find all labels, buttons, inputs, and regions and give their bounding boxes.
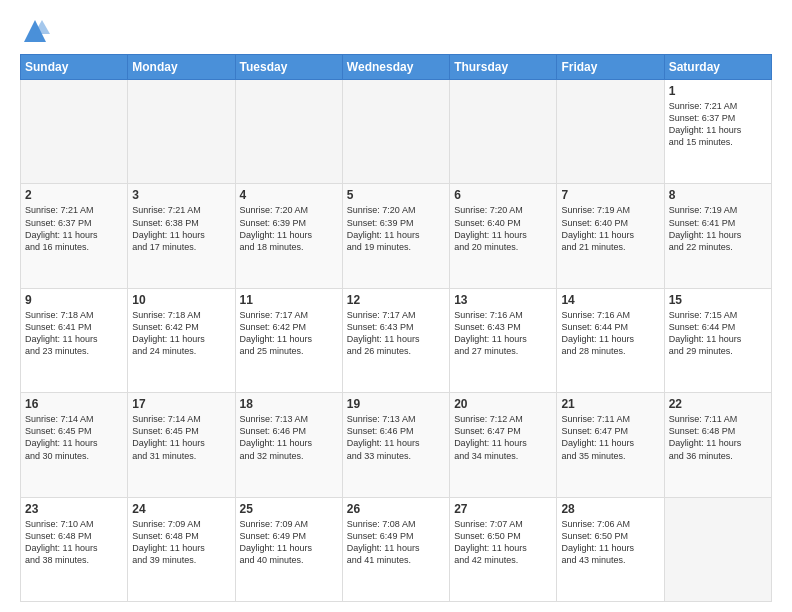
day-number: 4 <box>240 188 338 202</box>
page: SundayMondayTuesdayWednesdayThursdayFrid… <box>0 0 792 612</box>
day-number: 19 <box>347 397 445 411</box>
day-info: Sunrise: 7:12 AM Sunset: 6:47 PM Dayligh… <box>454 413 552 462</box>
calendar-cell: 25Sunrise: 7:09 AM Sunset: 6:49 PM Dayli… <box>235 497 342 601</box>
calendar-cell: 13Sunrise: 7:16 AM Sunset: 6:43 PM Dayli… <box>450 288 557 392</box>
day-info: Sunrise: 7:20 AM Sunset: 6:40 PM Dayligh… <box>454 204 552 253</box>
day-number: 17 <box>132 397 230 411</box>
header <box>20 16 772 46</box>
calendar-cell <box>21 80 128 184</box>
calendar-cell: 19Sunrise: 7:13 AM Sunset: 6:46 PM Dayli… <box>342 393 449 497</box>
day-number: 3 <box>132 188 230 202</box>
calendar-cell: 27Sunrise: 7:07 AM Sunset: 6:50 PM Dayli… <box>450 497 557 601</box>
week-row-1: 2Sunrise: 7:21 AM Sunset: 6:37 PM Daylig… <box>21 184 772 288</box>
day-info: Sunrise: 7:18 AM Sunset: 6:42 PM Dayligh… <box>132 309 230 358</box>
day-info: Sunrise: 7:16 AM Sunset: 6:44 PM Dayligh… <box>561 309 659 358</box>
calendar-cell: 15Sunrise: 7:15 AM Sunset: 6:44 PM Dayli… <box>664 288 771 392</box>
day-number: 1 <box>669 84 767 98</box>
weekday-wednesday: Wednesday <box>342 55 449 80</box>
day-info: Sunrise: 7:19 AM Sunset: 6:41 PM Dayligh… <box>669 204 767 253</box>
weekday-saturday: Saturday <box>664 55 771 80</box>
day-info: Sunrise: 7:10 AM Sunset: 6:48 PM Dayligh… <box>25 518 123 567</box>
weekday-friday: Friday <box>557 55 664 80</box>
calendar-cell: 23Sunrise: 7:10 AM Sunset: 6:48 PM Dayli… <box>21 497 128 601</box>
calendar-cell <box>664 497 771 601</box>
week-row-4: 23Sunrise: 7:10 AM Sunset: 6:48 PM Dayli… <box>21 497 772 601</box>
logo-icon <box>20 16 50 46</box>
weekday-sunday: Sunday <box>21 55 128 80</box>
day-number: 5 <box>347 188 445 202</box>
day-number: 21 <box>561 397 659 411</box>
calendar-cell: 2Sunrise: 7:21 AM Sunset: 6:37 PM Daylig… <box>21 184 128 288</box>
day-info: Sunrise: 7:17 AM Sunset: 6:42 PM Dayligh… <box>240 309 338 358</box>
day-number: 6 <box>454 188 552 202</box>
day-info: Sunrise: 7:19 AM Sunset: 6:40 PM Dayligh… <box>561 204 659 253</box>
calendar-cell: 20Sunrise: 7:12 AM Sunset: 6:47 PM Dayli… <box>450 393 557 497</box>
calendar-cell: 21Sunrise: 7:11 AM Sunset: 6:47 PM Dayli… <box>557 393 664 497</box>
day-number: 27 <box>454 502 552 516</box>
day-info: Sunrise: 7:21 AM Sunset: 6:37 PM Dayligh… <box>669 100 767 149</box>
day-info: Sunrise: 7:15 AM Sunset: 6:44 PM Dayligh… <box>669 309 767 358</box>
calendar-cell: 8Sunrise: 7:19 AM Sunset: 6:41 PM Daylig… <box>664 184 771 288</box>
day-number: 24 <box>132 502 230 516</box>
day-info: Sunrise: 7:09 AM Sunset: 6:48 PM Dayligh… <box>132 518 230 567</box>
day-number: 18 <box>240 397 338 411</box>
weekday-thursday: Thursday <box>450 55 557 80</box>
day-number: 14 <box>561 293 659 307</box>
weekday-header-row: SundayMondayTuesdayWednesdayThursdayFrid… <box>21 55 772 80</box>
day-info: Sunrise: 7:11 AM Sunset: 6:47 PM Dayligh… <box>561 413 659 462</box>
day-number: 8 <box>669 188 767 202</box>
calendar-cell <box>342 80 449 184</box>
week-row-2: 9Sunrise: 7:18 AM Sunset: 6:41 PM Daylig… <box>21 288 772 392</box>
week-row-3: 16Sunrise: 7:14 AM Sunset: 6:45 PM Dayli… <box>21 393 772 497</box>
calendar-cell: 14Sunrise: 7:16 AM Sunset: 6:44 PM Dayli… <box>557 288 664 392</box>
day-number: 12 <box>347 293 445 307</box>
day-number: 2 <box>25 188 123 202</box>
day-info: Sunrise: 7:21 AM Sunset: 6:37 PM Dayligh… <box>25 204 123 253</box>
calendar-cell: 7Sunrise: 7:19 AM Sunset: 6:40 PM Daylig… <box>557 184 664 288</box>
day-info: Sunrise: 7:11 AM Sunset: 6:48 PM Dayligh… <box>669 413 767 462</box>
calendar-cell <box>557 80 664 184</box>
calendar-cell: 16Sunrise: 7:14 AM Sunset: 6:45 PM Dayli… <box>21 393 128 497</box>
day-number: 9 <box>25 293 123 307</box>
calendar-cell: 12Sunrise: 7:17 AM Sunset: 6:43 PM Dayli… <box>342 288 449 392</box>
calendar-cell: 18Sunrise: 7:13 AM Sunset: 6:46 PM Dayli… <box>235 393 342 497</box>
day-info: Sunrise: 7:16 AM Sunset: 6:43 PM Dayligh… <box>454 309 552 358</box>
calendar-cell: 6Sunrise: 7:20 AM Sunset: 6:40 PM Daylig… <box>450 184 557 288</box>
day-info: Sunrise: 7:18 AM Sunset: 6:41 PM Dayligh… <box>25 309 123 358</box>
day-number: 26 <box>347 502 445 516</box>
calendar-table: SundayMondayTuesdayWednesdayThursdayFrid… <box>20 54 772 602</box>
week-row-0: 1Sunrise: 7:21 AM Sunset: 6:37 PM Daylig… <box>21 80 772 184</box>
calendar-cell: 11Sunrise: 7:17 AM Sunset: 6:42 PM Dayli… <box>235 288 342 392</box>
day-info: Sunrise: 7:06 AM Sunset: 6:50 PM Dayligh… <box>561 518 659 567</box>
day-number: 13 <box>454 293 552 307</box>
calendar-cell: 17Sunrise: 7:14 AM Sunset: 6:45 PM Dayli… <box>128 393 235 497</box>
day-info: Sunrise: 7:09 AM Sunset: 6:49 PM Dayligh… <box>240 518 338 567</box>
calendar-cell: 22Sunrise: 7:11 AM Sunset: 6:48 PM Dayli… <box>664 393 771 497</box>
calendar-cell: 5Sunrise: 7:20 AM Sunset: 6:39 PM Daylig… <box>342 184 449 288</box>
calendar-body: 1Sunrise: 7:21 AM Sunset: 6:37 PM Daylig… <box>21 80 772 602</box>
weekday-tuesday: Tuesday <box>235 55 342 80</box>
day-number: 16 <box>25 397 123 411</box>
day-number: 28 <box>561 502 659 516</box>
calendar-cell: 26Sunrise: 7:08 AM Sunset: 6:49 PM Dayli… <box>342 497 449 601</box>
calendar-cell: 9Sunrise: 7:18 AM Sunset: 6:41 PM Daylig… <box>21 288 128 392</box>
calendar-cell: 1Sunrise: 7:21 AM Sunset: 6:37 PM Daylig… <box>664 80 771 184</box>
day-number: 7 <box>561 188 659 202</box>
logo <box>20 16 52 46</box>
calendar-cell <box>450 80 557 184</box>
day-info: Sunrise: 7:13 AM Sunset: 6:46 PM Dayligh… <box>347 413 445 462</box>
weekday-monday: Monday <box>128 55 235 80</box>
day-info: Sunrise: 7:17 AM Sunset: 6:43 PM Dayligh… <box>347 309 445 358</box>
calendar-cell <box>128 80 235 184</box>
day-info: Sunrise: 7:20 AM Sunset: 6:39 PM Dayligh… <box>347 204 445 253</box>
day-number: 23 <box>25 502 123 516</box>
calendar-cell: 24Sunrise: 7:09 AM Sunset: 6:48 PM Dayli… <box>128 497 235 601</box>
day-info: Sunrise: 7:21 AM Sunset: 6:38 PM Dayligh… <box>132 204 230 253</box>
day-number: 20 <box>454 397 552 411</box>
day-info: Sunrise: 7:08 AM Sunset: 6:49 PM Dayligh… <box>347 518 445 567</box>
calendar-cell: 3Sunrise: 7:21 AM Sunset: 6:38 PM Daylig… <box>128 184 235 288</box>
calendar-cell: 4Sunrise: 7:20 AM Sunset: 6:39 PM Daylig… <box>235 184 342 288</box>
day-number: 11 <box>240 293 338 307</box>
day-info: Sunrise: 7:20 AM Sunset: 6:39 PM Dayligh… <box>240 204 338 253</box>
calendar-cell: 28Sunrise: 7:06 AM Sunset: 6:50 PM Dayli… <box>557 497 664 601</box>
